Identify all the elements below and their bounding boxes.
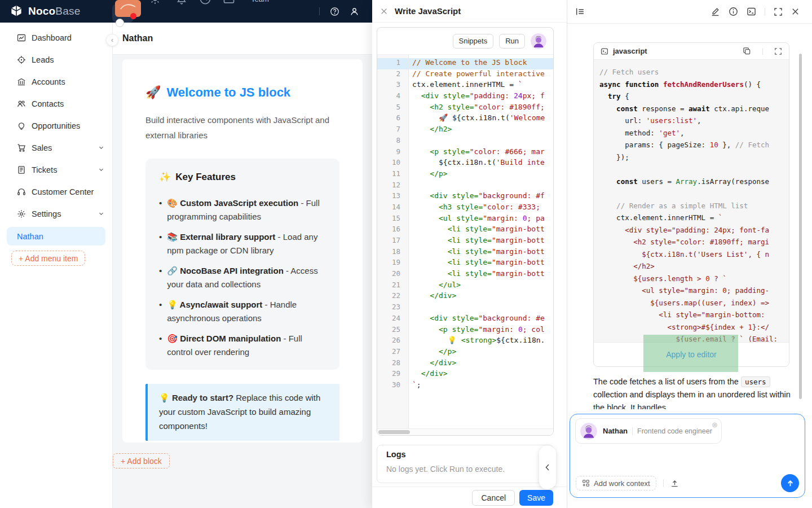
code-line: </h2> xyxy=(409,125,553,136)
clock-icon xyxy=(199,0,211,5)
help-icon[interactable] xyxy=(330,7,339,16)
upload-icon[interactable] xyxy=(670,479,679,488)
sidebar-item-label: Nathan xyxy=(17,232,43,241)
fullscreen-icon[interactable] xyxy=(774,7,783,16)
settings-icon xyxy=(17,209,26,218)
code-line: <div style="padding: 24px; f xyxy=(409,91,553,103)
send-button[interactable] xyxy=(781,474,799,492)
info-icon[interactable] xyxy=(729,7,738,16)
sidebar-item-settings[interactable]: Settings xyxy=(0,203,112,225)
line-number: 22 xyxy=(377,291,408,303)
line-number: 25 xyxy=(377,325,408,336)
nocobase-logo[interactable]: NocoBase xyxy=(9,4,80,19)
code-line: <ul style="margin: 0; padding- xyxy=(599,286,789,299)
code-line: </ul> xyxy=(409,281,553,292)
edit-icon[interactable] xyxy=(710,7,720,16)
close-icon[interactable] xyxy=(791,7,800,16)
ai-panel-header xyxy=(567,0,812,24)
line-number: 19 xyxy=(377,258,408,269)
code-line: // Create powerful interactive xyxy=(409,69,553,81)
sidebar-collapse-button[interactable]: ‹ xyxy=(106,34,118,46)
divider xyxy=(762,48,763,55)
sidebar-item-sales[interactable]: Sales xyxy=(0,137,112,159)
header-divider xyxy=(765,8,765,16)
welcome-title: 🚀 Welcome to JS block xyxy=(145,85,339,100)
line-number: 9 xyxy=(377,147,408,159)
sidebar-item-dashboard[interactable]: Dashboard xyxy=(0,27,112,49)
overlay-circle xyxy=(116,19,124,27)
line-number: 18 xyxy=(377,247,408,259)
bell-icon xyxy=(175,0,188,5)
sparkles-emoji: ✨ xyxy=(159,171,171,183)
team-dropdown[interactable]: Team xyxy=(251,0,269,3)
agent-name: Nathan xyxy=(603,427,628,435)
logs-panel: Logs No logs yet. Click Run to execute. xyxy=(377,445,554,483)
gear-icon xyxy=(149,0,161,5)
sidebar-item-customer-center[interactable]: Customer Center xyxy=(0,181,112,203)
line-number: 10 xyxy=(377,158,408,169)
logo-text: NocoBase xyxy=(28,5,80,17)
line-number: 29 xyxy=(377,369,408,380)
sidebar-nav: DashboardLeadsAccountsContactsOpportunit… xyxy=(0,23,112,225)
code-line xyxy=(599,165,789,177)
sidebar-item-label: Sales xyxy=(32,143,98,152)
sidebar-item-nathan[interactable]: Nathan xyxy=(7,227,105,246)
remove-context-icon[interactable]: ⊗ xyxy=(712,421,718,428)
copy-icon[interactable] xyxy=(743,47,751,55)
code-line: `; xyxy=(409,380,553,392)
chat-message-input[interactable] xyxy=(577,447,798,474)
logs-empty-text: No logs yet. Click Run to execute. xyxy=(386,465,544,474)
add-menu-item-button[interactable]: + Add menu item xyxy=(11,251,85,266)
code-line: ${ctx.i18n.t('Users List', { n xyxy=(599,250,789,262)
code-line: <li style="margin-bottom: xyxy=(599,310,789,323)
run-button[interactable]: Run xyxy=(499,34,525,49)
agent-context-chip[interactable]: Nathan Frontend code engineer ⊗ xyxy=(575,418,722,444)
feature-item: •💡 Async/await support - Handle asynchro… xyxy=(159,298,326,325)
code-line: </p> xyxy=(409,347,553,358)
code-line: </h2> xyxy=(599,262,789,274)
sidebar-item-tickets[interactable]: Tickets xyxy=(0,159,112,181)
agent-role: Frontend code engineer xyxy=(637,427,712,435)
chevron-down-icon xyxy=(98,144,104,151)
code-description: The code fetches a list of users from th… xyxy=(593,375,794,409)
code-line: }); xyxy=(599,153,789,165)
code-line: <li style="margin-bott xyxy=(409,269,553,281)
close-icon[interactable] xyxy=(380,7,388,15)
agent-avatar[interactable] xyxy=(531,33,546,49)
feature-item: •🔗 NocoBase API integration - Access you… xyxy=(159,264,326,291)
vertical-scrollbar-thumb[interactable] xyxy=(799,54,802,399)
sidebar-item-accounts[interactable]: Accounts xyxy=(0,71,112,93)
sidebar-item-leads[interactable]: Leads xyxy=(0,49,112,71)
horizontal-scrollbar-thumb[interactable] xyxy=(378,430,410,434)
user-icon[interactable] xyxy=(350,7,359,16)
chat-toolbar: Add work context xyxy=(576,474,799,492)
code-line: </div> xyxy=(409,369,553,380)
apply-to-editor-button[interactable]: Apply to editor xyxy=(594,342,789,366)
terminal-icon[interactable] xyxy=(747,7,756,16)
add-block-button[interactable]: + Add block xyxy=(113,453,170,468)
main-content: Nathan 🚀 Welcome to JS block Build inter… xyxy=(113,23,372,508)
code-line: // Fetch users xyxy=(599,68,789,80)
expand-icon[interactable] xyxy=(774,47,782,55)
bulb-emoji: 💡 xyxy=(159,393,170,402)
grid-plus-icon xyxy=(582,479,590,487)
sidebar-item-opportunities[interactable]: Opportunities xyxy=(0,115,112,137)
snippets-button[interactable]: Snippets xyxy=(453,34,494,49)
horizontal-scrollbar xyxy=(377,428,553,435)
sales-icon xyxy=(17,143,26,152)
code-editor[interactable]: 1234567891011121314151617181920212223242… xyxy=(377,55,553,428)
line-number: 20 xyxy=(377,269,408,281)
save-button[interactable]: Save xyxy=(519,490,553,506)
add-work-context-button[interactable]: Add work context xyxy=(576,476,656,491)
cancel-button[interactable]: Cancel xyxy=(472,490,515,506)
customer-center-icon xyxy=(17,187,26,196)
sidebar-item-contacts[interactable]: Contacts xyxy=(0,93,112,115)
panel-collapse-handle[interactable] xyxy=(539,445,556,489)
collapse-panel-icon[interactable] xyxy=(575,7,585,16)
page-header: Nathan xyxy=(113,23,372,55)
line-number: 11 xyxy=(377,169,408,181)
divider xyxy=(663,479,664,487)
editor-toolbar: Snippets Run xyxy=(377,28,553,55)
sidebar-item-label: Accounts xyxy=(32,77,104,86)
key-features-box: ✨ Key Features •🎨 Custom JavaScript exec… xyxy=(145,159,339,370)
